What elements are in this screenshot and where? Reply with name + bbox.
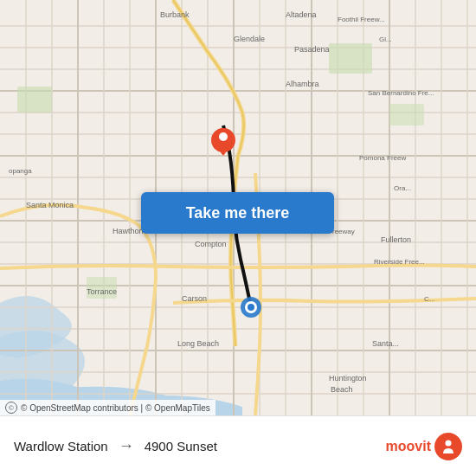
moovit-logo: moovit — [386, 433, 462, 460]
route-arrow: → — [119, 437, 134, 455]
svg-point-66 — [219, 132, 228, 141]
svg-text:opanga: opanga — [9, 167, 32, 175]
svg-text:Long Beach: Long Beach — [177, 339, 219, 348]
svg-text:Fullerton: Fullerton — [381, 235, 411, 244]
map-attribution: © © OpenStreetMap contributors | © OpenM… — [0, 400, 215, 415]
svg-text:Alhambra: Alhambra — [286, 80, 319, 88]
svg-text:Compton: Compton — [195, 240, 227, 248]
svg-point-70 — [446, 440, 452, 446]
svg-text:Pasadena: Pasadena — [294, 45, 330, 54]
svg-text:Santa...: Santa... — [372, 339, 399, 348]
take-me-there-button[interactable]: Take me there — [141, 192, 334, 234]
svg-text:Glendale: Glendale — [234, 35, 265, 43]
svg-text:Torrance: Torrance — [87, 287, 117, 296]
svg-rect-38 — [329, 43, 372, 74]
svg-text:C...: C... — [424, 295, 434, 303]
svg-text:Ora...: Ora... — [394, 184, 411, 192]
svg-text:Beach: Beach — [331, 385, 353, 394]
svg-text:Riverside Free...: Riverside Free... — [374, 258, 425, 266]
map-container: Burbank Altadena Glendale Pasadena Footh… — [0, 0, 476, 415]
destination-label: 4900 Sunset — [145, 439, 217, 453]
svg-rect-39 — [389, 104, 424, 125]
svg-rect-37 — [17, 87, 52, 113]
svg-text:Huntington: Huntington — [329, 374, 367, 383]
svg-text:Foothil Freew...: Foothil Freew... — [338, 16, 385, 23]
svg-point-69 — [248, 304, 254, 311]
moovit-wordmark: moovit — [386, 439, 431, 454]
svg-text:Burbank: Burbank — [160, 10, 190, 19]
moovit-icon — [434, 433, 462, 460]
svg-text:Pomona Freew: Pomona Freew — [359, 154, 406, 162]
moovit-icon-svg — [440, 438, 457, 455]
svg-text:Altadena: Altadena — [286, 10, 317, 19]
svg-text:Santa Monica: Santa Monica — [26, 201, 74, 209]
footer-bar: Wardlow Station → 4900 Sunset moovit — [0, 415, 476, 476]
copyright-icon: © — [5, 402, 17, 414]
svg-text:Gl...: Gl... — [379, 35, 392, 43]
svg-text:Carson: Carson — [182, 294, 207, 303]
origin-label: Wardlow Station — [14, 439, 108, 453]
svg-text:San Bernardino Fre...: San Bernardino Fre... — [368, 89, 434, 97]
attribution-text: © OpenStreetMap contributors | © OpenMap… — [21, 403, 210, 413]
